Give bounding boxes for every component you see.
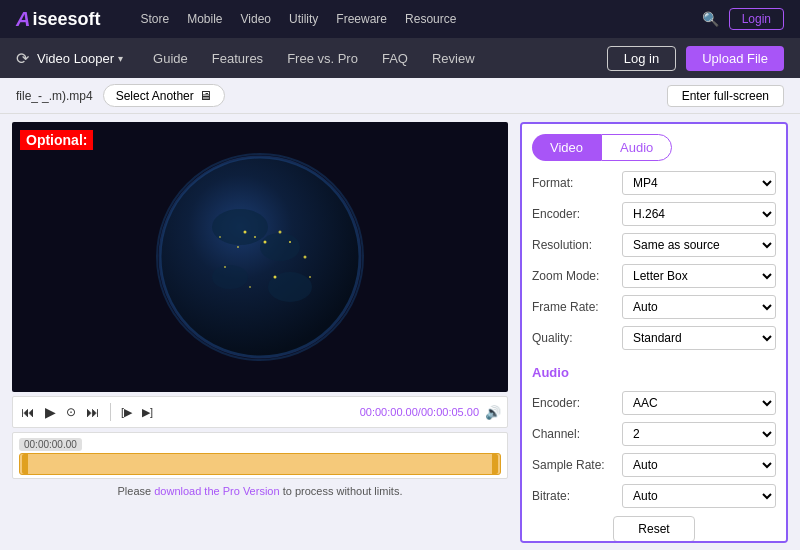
pro-version-link[interactable]: download the Pro Version: [154, 485, 279, 497]
time-display: 00:00:00.00/00:00:05.00: [360, 406, 479, 418]
quality-select[interactable]: Standard: [622, 326, 776, 350]
mobile-link[interactable]: Mobile: [187, 12, 222, 26]
svg-point-8: [237, 246, 239, 248]
optional-label: Optional:: [20, 130, 93, 150]
step-forward-button[interactable]: ⊙: [64, 403, 78, 421]
zoom-mode-label: Zoom Mode:: [532, 269, 622, 283]
search-icon[interactable]: 🔍: [702, 11, 719, 27]
top-nav-right: 🔍 Login: [702, 8, 784, 30]
tab-audio[interactable]: Audio: [601, 134, 672, 161]
svg-point-11: [224, 266, 226, 268]
video-controls: ⏮ ▶ ⊙ ⏭ [▶ ▶] 00:00:00.00/00:00:05.00 🔊: [12, 396, 508, 428]
fullscreen-button[interactable]: Enter full-screen: [667, 85, 784, 107]
sample-rate-select[interactable]: Auto: [622, 453, 776, 477]
divider: [110, 403, 111, 421]
second-nav-right: Log in Upload File: [607, 46, 784, 71]
features-link[interactable]: Features: [212, 51, 263, 66]
svg-point-5: [244, 231, 247, 234]
channel-select[interactable]: 2: [622, 422, 776, 446]
video-looper-label: Video Looper ▾: [37, 51, 123, 66]
svg-point-2: [260, 233, 300, 261]
top-nav-links: Store Mobile Video Utility Freeware Reso…: [140, 12, 681, 26]
timeline-handle-left[interactable]: [22, 454, 28, 474]
svg-point-7: [264, 241, 267, 244]
svg-point-3: [212, 265, 248, 289]
frame-rate-label: Frame Rate:: [532, 300, 622, 314]
faq-link[interactable]: FAQ: [382, 51, 408, 66]
svg-point-6: [254, 236, 256, 238]
loop-icon: ⟳: [16, 49, 29, 68]
main-content: Optional:: [0, 114, 800, 550]
encoder-select[interactable]: H.264: [622, 202, 776, 226]
svg-point-10: [289, 241, 291, 243]
mark-out-button[interactable]: ▶]: [140, 404, 155, 421]
timeline-track[interactable]: [19, 453, 501, 475]
store-link[interactable]: Store: [140, 12, 169, 26]
bitrate-label: Bitrate:: [532, 489, 622, 503]
logo: A iseesoft: [16, 8, 100, 31]
resolution-label: Resolution:: [532, 238, 622, 252]
monitor-icon: 🖥: [199, 88, 212, 103]
timeline-area: 00:00:00.00: [12, 432, 508, 479]
guide-link[interactable]: Guide: [153, 51, 188, 66]
mark-in-button[interactable]: [▶: [119, 404, 134, 421]
free-vs-pro-link[interactable]: Free vs. Pro: [287, 51, 358, 66]
second-nav-links: Guide Features Free vs. Pro FAQ Review: [153, 51, 607, 66]
file-name: file_-_.m).mp4: [16, 89, 93, 103]
svg-point-15: [219, 236, 221, 238]
video-area: Optional:: [12, 122, 508, 392]
login-button-top[interactable]: Login: [729, 8, 784, 30]
format-label: Format:: [532, 176, 622, 190]
svg-point-16: [309, 276, 311, 278]
timeline-handle-right[interactable]: [492, 454, 498, 474]
select-another-button[interactable]: Select Another 🖥: [103, 84, 225, 107]
skip-button[interactable]: ⏭: [84, 402, 102, 422]
svg-point-14: [274, 276, 277, 279]
right-panel: Video Audio Format: MP4 Encoder: H.264 R…: [520, 122, 788, 543]
quality-label: Quality:: [532, 331, 622, 345]
svg-point-12: [304, 256, 307, 259]
time-marker: 00:00:00.00: [19, 438, 82, 451]
channel-label: Channel:: [532, 427, 622, 441]
settings-grid: Format: MP4 Encoder: H.264 Resolution: S…: [532, 171, 776, 508]
sample-rate-label: Sample Rate:: [532, 458, 622, 472]
second-nav: ⟳ Video Looper ▾ Guide Features Free vs.…: [0, 38, 800, 78]
freeware-link[interactable]: Freeware: [336, 12, 387, 26]
left-panel: Optional:: [0, 114, 520, 550]
upload-file-button[interactable]: Upload File: [686, 46, 784, 71]
resource-link[interactable]: Resource: [405, 12, 456, 26]
resolution-select[interactable]: Same as source: [622, 233, 776, 257]
encoder-label: Encoder:: [532, 207, 622, 221]
tab-bar: Video Audio: [532, 134, 776, 161]
svg-point-13: [249, 286, 251, 288]
bitrate-select[interactable]: Auto: [622, 484, 776, 508]
pro-notice: Please download the Pro Version to proce…: [12, 483, 508, 499]
audio-section-label: Audio: [532, 365, 776, 380]
rewind-button[interactable]: ⏮: [19, 402, 37, 422]
format-select[interactable]: MP4: [622, 171, 776, 195]
video-link[interactable]: Video: [241, 12, 271, 26]
reset-button[interactable]: Reset: [613, 516, 694, 542]
svg-point-9: [279, 231, 282, 234]
earth-visual: [12, 122, 508, 392]
utility-link[interactable]: Utility: [289, 12, 318, 26]
review-link[interactable]: Review: [432, 51, 475, 66]
frame-rate-select[interactable]: Auto: [622, 295, 776, 319]
zoom-mode-select[interactable]: Letter Box: [622, 264, 776, 288]
audio-encoder-select[interactable]: AAC: [622, 391, 776, 415]
tab-video[interactable]: Video: [532, 134, 601, 161]
audio-encoder-label: Encoder:: [532, 396, 622, 410]
chevron-down-icon[interactable]: ▾: [118, 53, 123, 64]
play-button[interactable]: ▶: [43, 402, 58, 422]
toolbar: file_-_.m).mp4 Select Another 🖥 Enter fu…: [0, 78, 800, 114]
right-bottom: Reset Cancel Confirm: [532, 508, 776, 543]
volume-icon[interactable]: 🔊: [485, 405, 501, 420]
login-button-second[interactable]: Log in: [607, 46, 676, 71]
top-nav: A iseesoft Store Mobile Video Utility Fr…: [0, 0, 800, 38]
svg-point-1: [212, 209, 268, 245]
